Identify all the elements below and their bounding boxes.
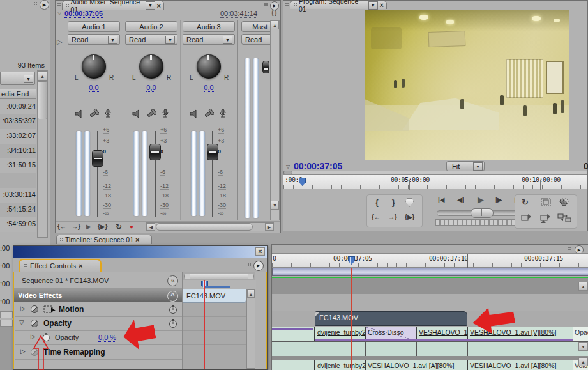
scroll-up-icon[interactable]: ▲ (247, 289, 255, 298)
ec-row-opacity-group[interactable]: ▽ Opacity (14, 317, 182, 331)
timeline-clip-fc143[interactable]: FC143.MOV (315, 311, 467, 326)
pan-knob[interactable] (82, 54, 106, 79)
tab-effect-controls[interactable]: Effect Controls × (19, 259, 102, 272)
goto-previous-icon[interactable]: |◀ (438, 196, 445, 203)
table-row[interactable]: :00 (0, 244, 13, 252)
solo-horn-icon[interactable] (89, 109, 99, 119)
fader-track[interactable] (97, 131, 98, 217)
master-fader-handle[interactable] (262, 61, 269, 73)
goto-in-icon[interactable]: {← (372, 213, 381, 220)
step-back-icon[interactable]: ◀| (457, 196, 464, 203)
loop-icon[interactable]: ↻ (522, 197, 529, 207)
panel-grip-dots[interactable] (264, 2, 268, 7)
table-row[interactable]: :00 (0, 298, 13, 305)
collapse-section-button[interactable]: ^ (167, 291, 178, 302)
mixer-scrollbar[interactable]: ▲ ▼ (270, 20, 280, 220)
stopwatch-icon[interactable] (169, 304, 177, 316)
timeline-clip-empty[interactable] (272, 327, 315, 341)
table-row[interactable]: :33:02:07 (0, 129, 36, 144)
table-row[interactable]: :00 (0, 262, 13, 270)
ec-playhead-strip[interactable] (183, 280, 256, 289)
scroll-up-icon[interactable]: ▲ (578, 282, 588, 291)
solo-horn-icon[interactable] (204, 109, 214, 119)
pan-knob[interactable] (139, 54, 163, 79)
project-filter-dropdown[interactable]: ▼ (0, 72, 35, 85)
expand-triangle-icon[interactable]: ▷ (20, 305, 26, 312)
empty-video-track[interactable] (272, 294, 588, 311)
mixer-hscrollbar[interactable]: ◀ ▶ (146, 222, 274, 231)
panel-grip-dots[interactable] (247, 263, 251, 268)
scrollbar-thumb[interactable] (156, 223, 253, 231)
table-row[interactable]: :54:59:05 (0, 217, 36, 232)
show-hide-effects-button[interactable]: » (167, 275, 178, 286)
scroll-up-icon[interactable]: ▲ (271, 20, 279, 29)
chevron-down-icon[interactable]: ▼ (108, 36, 117, 44)
tab-timeline[interactable]: Timeline: Sequence 01 × (56, 235, 152, 244)
expand-triangle-icon[interactable]: ▷ (20, 348, 26, 355)
track-name-button[interactable]: Mast (241, 21, 270, 32)
lift-icon[interactable] (520, 213, 532, 224)
audio1-track[interactable]: dvijenie_tumby2 VESHALOVO_1.avi [A][80%]… (272, 360, 588, 370)
record-enable-mic-icon[interactable] (219, 109, 227, 120)
play-icon[interactable]: ▶ (478, 195, 484, 204)
pan-value[interactable]: 0,0 (67, 84, 121, 91)
step-forward-icon[interactable]: |▶ (495, 196, 502, 203)
volume-fader-handle[interactable] (207, 144, 218, 160)
close-icon[interactable]: × (380, 2, 384, 8)
effect-enabled-icon[interactable] (31, 320, 38, 327)
project-column-header[interactable]: edia End (0, 89, 36, 99)
scroll-left-icon[interactable]: ◀ (147, 223, 155, 231)
ec-section-header[interactable]: Video Effects ^ (14, 289, 182, 302)
window-titlebar[interactable]: × (13, 246, 267, 258)
loop-icon[interactable]: ↻ (116, 222, 122, 231)
chevron-down-icon[interactable]: ▼ (223, 36, 232, 44)
goto-in-icon[interactable]: {← (57, 223, 66, 230)
timeline-ruler[interactable]: 0 00:00:37:05 00:00:37:10 00:00:37:15 (272, 253, 588, 268)
volume-fader-handle[interactable] (149, 144, 161, 160)
trim-icon[interactable] (557, 213, 571, 224)
record-enable-mic-icon[interactable] (104, 109, 112, 120)
table-row[interactable]: :54:15:24 (0, 203, 36, 217)
collapse-triangle-icon[interactable]: ▽ (57, 10, 61, 16)
mixer-current-timecode[interactable]: 00:00:37:05 (64, 10, 103, 18)
scroll-down-icon[interactable]: ▼ (578, 342, 588, 351)
track-name-button[interactable]: Audio 1 (68, 21, 120, 32)
play-in-out-icon[interactable]: {▶} (405, 213, 414, 220)
table-row[interactable]: :03:30:114 (0, 188, 36, 203)
ec-zoom-bar[interactable] (184, 274, 254, 279)
video1-keyframe-lane[interactable] (272, 341, 588, 356)
play-in-out-icon[interactable]: {▶} (98, 223, 107, 230)
extract-icon[interactable] (539, 213, 551, 224)
ec-scrollbar[interactable]: ▲ (246, 289, 255, 369)
work-area-bar[interactable] (272, 268, 588, 276)
mixer-panel-menu-button[interactable]: ▶ (270, 1, 279, 10)
volume-fader-handle[interactable] (92, 150, 103, 167)
output-settings-icon[interactable] (559, 197, 569, 208)
chevron-down-icon[interactable]: ▼ (24, 75, 33, 83)
scroll-up-icon[interactable]: ▲ (578, 357, 588, 366)
timeline-clip[interactable]: VESHALOVO_1.avi [A][80%] (365, 360, 468, 370)
effect-enabled-icon[interactable] (31, 305, 38, 313)
timeline-clip[interactable]: dvijenie_tumby2 (315, 360, 366, 370)
close-icon[interactable]: × (135, 236, 139, 243)
track-name-button[interactable]: Audio 2 (125, 21, 177, 32)
expand-triangle-icon[interactable]: ▷ (57, 38, 62, 46)
timeline-clip-empty[interactable] (272, 360, 315, 370)
chevron-down-icon[interactable]: ▼ (165, 36, 175, 44)
record-enable-mic-icon[interactable] (162, 109, 169, 120)
set-out-icon[interactable]: } (392, 198, 395, 207)
program-time-ruler[interactable]: :00:0 00:05:00:00 00:10:00:00 (283, 174, 587, 189)
timeline-clip[interactable]: VESHALOVO_1.avi [A][80%] (467, 360, 573, 370)
collapse-triangle-icon[interactable]: ▽ (19, 319, 24, 326)
collapse-triangle-icon[interactable]: ▽ (286, 164, 290, 169)
goto-out-icon[interactable]: →} (72, 223, 80, 230)
window-close-button[interactable]: × (255, 247, 265, 256)
scroll-down-icon[interactable]: ▼ (271, 201, 279, 210)
set-in-icon[interactable]: { (375, 198, 379, 207)
scroll-up-icon[interactable]: ▲ (38, 71, 47, 81)
video1-track[interactable]: dvijenie_tumby2 Cross Disso VESHALOVO_1.… (272, 327, 588, 341)
ec-row-motion[interactable]: ▷ Motion (14, 302, 182, 317)
zoom-bar-handle[interactable] (248, 274, 253, 279)
scrollbar-thumb[interactable] (38, 81, 47, 119)
project-scrollbar[interactable]: ▲ (37, 70, 48, 238)
